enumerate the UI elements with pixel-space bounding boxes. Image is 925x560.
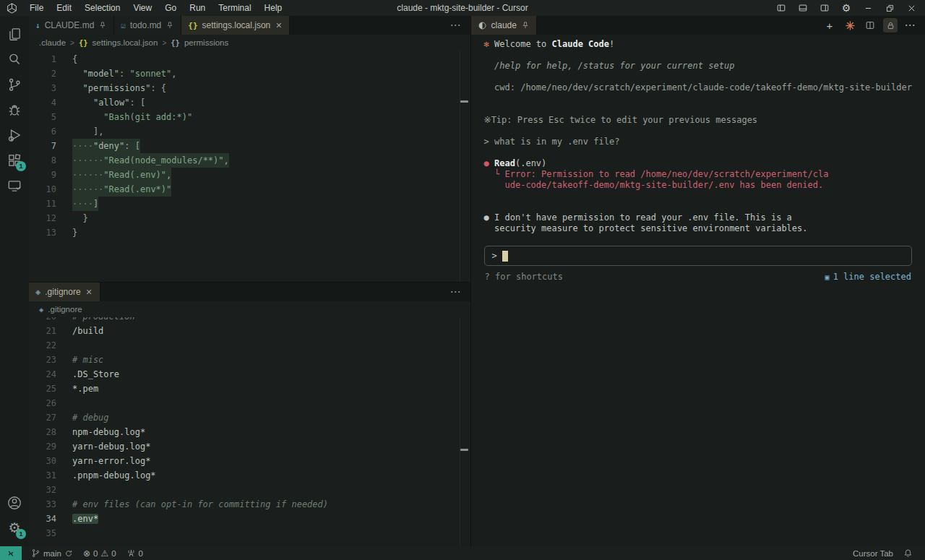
line-number[interactable]: 22 — [29, 338, 66, 353]
code-line-25[interactable]: 25*.pem — [29, 382, 470, 396]
line-number[interactable]: 10 — [29, 182, 66, 197]
line-number[interactable]: 1 — [29, 52, 66, 66]
code-editor-gitignore[interactable]: 20# production21/build2223# misc24.DS_St… — [29, 309, 470, 546]
close-tab-icon[interactable]: ✕ — [85, 288, 93, 297]
problems-item[interactable]: ⊗ 0 ⚠ 0 — [78, 546, 121, 560]
menu-file[interactable]: File — [23, 3, 50, 13]
code-line-6[interactable]: 6 ], — [29, 124, 470, 139]
line-number[interactable]: 23 — [29, 353, 66, 367]
code-line-31[interactable]: 31.pnpm-debug.log* — [29, 468, 470, 483]
settings-gear-icon[interactable]: ⚙ 1 — [0, 515, 29, 540]
debug-icon[interactable] — [0, 97, 29, 122]
line-number[interactable]: 31 — [29, 468, 66, 483]
line-number[interactable]: 2 — [29, 66, 66, 81]
line-number[interactable]: 4 — [29, 95, 66, 110]
line-number[interactable]: 9 — [29, 168, 66, 182]
code-line-1[interactable]: 1{ — [29, 52, 470, 66]
tab-settings.local.json[interactable]: {}settings.local.json✕ — [181, 16, 290, 35]
line-number[interactable]: 28 — [29, 425, 66, 439]
code-line-2[interactable]: 2 "model": "sonnet", — [29, 66, 470, 81]
line-number[interactable]: 8 — [29, 153, 66, 168]
bell-icon[interactable] — [898, 546, 918, 560]
line-number[interactable]: 26 — [29, 396, 66, 410]
search-icon[interactable] — [0, 46, 29, 72]
pin-icon[interactable] — [521, 21, 530, 30]
code-line-24[interactable]: 24.DS_Store — [29, 367, 470, 382]
code-line-30[interactable]: 30yarn-error.log* — [29, 454, 470, 468]
line-number[interactable]: 27 — [29, 410, 66, 425]
line-number[interactable]: 12 — [29, 211, 66, 225]
editor-actions-more-icon[interactable]: ··· — [442, 283, 470, 301]
menu-selection[interactable]: Selection — [78, 3, 126, 13]
code-line-3[interactable]: 3 "permissions": { — [29, 81, 470, 95]
customize-layout-gear-icon[interactable]: ⚙ — [837, 1, 856, 15]
code-line-8[interactable]: 8······"Read(node_modules/**)", — [29, 153, 470, 168]
line-number[interactable]: 5 — [29, 110, 66, 124]
code-line-33[interactable]: 33# env files (can opt-in for committing… — [29, 497, 470, 512]
run-and-debug-icon[interactable] — [0, 122, 29, 147]
close-tab-icon[interactable]: ✕ — [275, 21, 283, 30]
pin-icon[interactable] — [98, 21, 107, 30]
source-control-icon[interactable] — [0, 72, 29, 97]
menu-help[interactable]: Help — [258, 3, 289, 13]
menu-terminal[interactable]: Terminal — [212, 3, 257, 13]
cursor-tab-toggle[interactable]: Cursor Tab — [848, 546, 898, 560]
line-number[interactable]: 29 — [29, 439, 66, 454]
restore-window-button[interactable] — [880, 1, 899, 15]
tab-todo.md[interactable]: ☑todo.md — [114, 16, 181, 35]
code-line-32[interactable]: 32 — [29, 483, 470, 497]
line-number[interactable]: 25 — [29, 382, 66, 396]
code-line-29[interactable]: 29yarn-debug.log* — [29, 439, 470, 454]
tab-.gitignore[interactable]: ◈.gitignore✕ — [29, 283, 100, 301]
line-number[interactable]: 3 — [29, 81, 66, 95]
code-line-12[interactable]: 12 } — [29, 211, 470, 225]
editor-actions-more-icon[interactable]: ··· — [442, 16, 470, 35]
code-line-9[interactable]: 9······"Read(.env)", — [29, 168, 470, 182]
toggle-panel-icon[interactable] — [793, 1, 812, 15]
code-line-23[interactable]: 23# misc — [29, 353, 470, 367]
remote-indicator[interactable] — [0, 546, 22, 560]
line-number[interactable]: 34 — [29, 512, 66, 526]
code-line-35[interactable]: 35 — [29, 526, 470, 540]
line-number[interactable]: 21 — [29, 324, 66, 338]
code-line-22[interactable]: 22 — [29, 338, 470, 353]
remote-explorer-icon[interactable] — [0, 173, 29, 198]
ports-item[interactable]: 0 — [121, 546, 148, 560]
minimize-button[interactable] — [859, 1, 877, 15]
explorer-icon[interactable] — [0, 21, 29, 46]
line-number[interactable]: 33 — [29, 497, 66, 512]
code-line-21[interactable]: 21/build — [29, 324, 470, 338]
tab-claude[interactable]: claude — [471, 16, 537, 35]
account-icon[interactable] — [0, 490, 29, 515]
code-line-11[interactable]: 11····] — [29, 197, 470, 211]
breadcrumb-folder[interactable]: .claude — [39, 38, 66, 47]
code-editor-json[interactable]: 1{2 "model": "sonnet",3 "permissions": {… — [29, 51, 470, 282]
menu-go[interactable]: Go — [158, 3, 183, 13]
git-branch-item[interactable]: main — [26, 546, 78, 560]
claude-starburst-icon[interactable] — [843, 18, 857, 33]
more-actions-icon[interactable]: ··· — [903, 18, 918, 33]
line-number[interactable]: 30 — [29, 454, 66, 468]
code-line-7[interactable]: 7····"deny": [ — [29, 139, 470, 153]
line-number[interactable]: 6 — [29, 124, 66, 139]
code-line-13[interactable]: 13} — [29, 225, 470, 240]
line-number[interactable]: 24 — [29, 367, 66, 382]
line-number[interactable]: 13 — [29, 225, 66, 240]
breadcrumb-symbol[interactable]: permissions — [184, 38, 228, 47]
code-line-5[interactable]: 5 "Bash(git add:*)" — [29, 110, 470, 124]
toggle-primary-sidebar-icon[interactable] — [772, 1, 791, 15]
pin-icon[interactable] — [165, 21, 174, 30]
close-window-button[interactable] — [902, 1, 921, 15]
toggle-secondary-sidebar-icon[interactable] — [815, 1, 834, 15]
line-number[interactable]: 35 — [29, 526, 66, 540]
line-number[interactable]: 11 — [29, 197, 66, 211]
menu-run[interactable]: Run — [183, 3, 212, 13]
claude-input-box[interactable]: > — [484, 246, 912, 266]
breadcrumb-file[interactable]: .gitignore — [48, 305, 82, 314]
code-line-28[interactable]: 28npm-debug.log* — [29, 425, 470, 439]
extensions-icon[interactable]: 1 — [0, 147, 29, 173]
code-line-4[interactable]: 4 "allow": [ — [29, 95, 470, 110]
breadcrumb-file[interactable]: settings.local.json — [92, 38, 158, 47]
menu-edit[interactable]: Edit — [50, 3, 78, 13]
line-number[interactable]: 7 — [29, 139, 66, 153]
